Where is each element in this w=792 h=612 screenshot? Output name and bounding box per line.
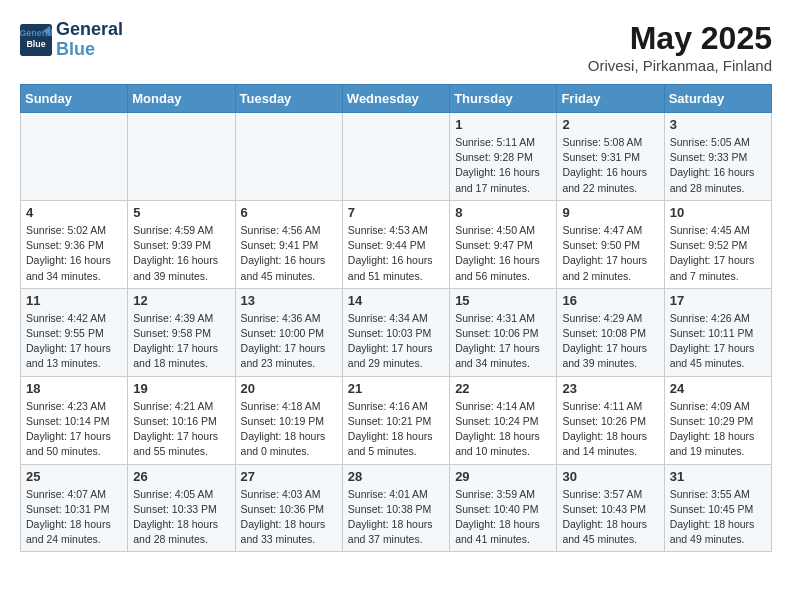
day-number: 9 (562, 205, 658, 220)
calendar-cell: 11Sunrise: 4:42 AM Sunset: 9:55 PM Dayli… (21, 288, 128, 376)
day-number: 30 (562, 469, 658, 484)
day-info: Sunrise: 4:21 AM Sunset: 10:16 PM Daylig… (133, 399, 229, 460)
calendar-cell: 25Sunrise: 4:07 AM Sunset: 10:31 PM Dayl… (21, 464, 128, 552)
calendar-cell: 27Sunrise: 4:03 AM Sunset: 10:36 PM Dayl… (235, 464, 342, 552)
day-number: 31 (670, 469, 766, 484)
calendar-table: SundayMondayTuesdayWednesdayThursdayFrid… (20, 84, 772, 552)
day-number: 19 (133, 381, 229, 396)
day-number: 29 (455, 469, 551, 484)
calendar-cell: 5Sunrise: 4:59 AM Sunset: 9:39 PM Daylig… (128, 200, 235, 288)
day-info: Sunrise: 4:45 AM Sunset: 9:52 PM Dayligh… (670, 223, 766, 284)
calendar-week-3: 11Sunrise: 4:42 AM Sunset: 9:55 PM Dayli… (21, 288, 772, 376)
day-number: 8 (455, 205, 551, 220)
day-number: 28 (348, 469, 444, 484)
day-number: 23 (562, 381, 658, 396)
calendar-header: SundayMondayTuesdayWednesdayThursdayFrid… (21, 85, 772, 113)
day-info: Sunrise: 5:08 AM Sunset: 9:31 PM Dayligh… (562, 135, 658, 196)
day-info: Sunrise: 4:53 AM Sunset: 9:44 PM Dayligh… (348, 223, 444, 284)
day-number: 5 (133, 205, 229, 220)
day-info: Sunrise: 4:14 AM Sunset: 10:24 PM Daylig… (455, 399, 551, 460)
calendar-cell: 24Sunrise: 4:09 AM Sunset: 10:29 PM Dayl… (664, 376, 771, 464)
day-info: Sunrise: 4:09 AM Sunset: 10:29 PM Daylig… (670, 399, 766, 460)
calendar-cell: 6Sunrise: 4:56 AM Sunset: 9:41 PM Daylig… (235, 200, 342, 288)
calendar-cell: 9Sunrise: 4:47 AM Sunset: 9:50 PM Daylig… (557, 200, 664, 288)
calendar-cell: 15Sunrise: 4:31 AM Sunset: 10:06 PM Dayl… (450, 288, 557, 376)
logo-icon: General Blue (20, 24, 52, 56)
day-info: Sunrise: 5:05 AM Sunset: 9:33 PM Dayligh… (670, 135, 766, 196)
calendar-cell (342, 113, 449, 201)
calendar-cell: 2Sunrise: 5:08 AM Sunset: 9:31 PM Daylig… (557, 113, 664, 201)
day-header-monday: Monday (128, 85, 235, 113)
day-info: Sunrise: 4:01 AM Sunset: 10:38 PM Daylig… (348, 487, 444, 548)
day-number: 10 (670, 205, 766, 220)
calendar-cell: 7Sunrise: 4:53 AM Sunset: 9:44 PM Daylig… (342, 200, 449, 288)
day-info: Sunrise: 4:07 AM Sunset: 10:31 PM Daylig… (26, 487, 122, 548)
calendar-cell: 31Sunrise: 3:55 AM Sunset: 10:45 PM Dayl… (664, 464, 771, 552)
day-number: 12 (133, 293, 229, 308)
calendar-cell: 1Sunrise: 5:11 AM Sunset: 9:28 PM Daylig… (450, 113, 557, 201)
day-info: Sunrise: 4:56 AM Sunset: 9:41 PM Dayligh… (241, 223, 337, 284)
calendar-cell: 23Sunrise: 4:11 AM Sunset: 10:26 PM Dayl… (557, 376, 664, 464)
day-info: Sunrise: 4:34 AM Sunset: 10:03 PM Daylig… (348, 311, 444, 372)
day-info: Sunrise: 5:11 AM Sunset: 9:28 PM Dayligh… (455, 135, 551, 196)
day-info: Sunrise: 4:50 AM Sunset: 9:47 PM Dayligh… (455, 223, 551, 284)
day-number: 18 (26, 381, 122, 396)
day-header-wednesday: Wednesday (342, 85, 449, 113)
calendar-week-5: 25Sunrise: 4:07 AM Sunset: 10:31 PM Dayl… (21, 464, 772, 552)
calendar-cell: 12Sunrise: 4:39 AM Sunset: 9:58 PM Dayli… (128, 288, 235, 376)
day-info: Sunrise: 4:39 AM Sunset: 9:58 PM Dayligh… (133, 311, 229, 372)
calendar-cell: 20Sunrise: 4:18 AM Sunset: 10:19 PM Dayl… (235, 376, 342, 464)
day-header-tuesday: Tuesday (235, 85, 342, 113)
calendar-cell: 19Sunrise: 4:21 AM Sunset: 10:16 PM Dayl… (128, 376, 235, 464)
calendar-week-1: 1Sunrise: 5:11 AM Sunset: 9:28 PM Daylig… (21, 113, 772, 201)
logo: General Blue General Blue (20, 20, 123, 60)
calendar-cell (21, 113, 128, 201)
day-number: 22 (455, 381, 551, 396)
calendar-cell: 30Sunrise: 3:57 AM Sunset: 10:43 PM Dayl… (557, 464, 664, 552)
page-header: General Blue General Blue May 2025 Orive… (20, 20, 772, 74)
calendar-cell: 14Sunrise: 4:34 AM Sunset: 10:03 PM Dayl… (342, 288, 449, 376)
calendar-week-4: 18Sunrise: 4:23 AM Sunset: 10:14 PM Dayl… (21, 376, 772, 464)
day-number: 2 (562, 117, 658, 132)
calendar-title: May 2025 (588, 20, 772, 57)
day-number: 14 (348, 293, 444, 308)
day-info: Sunrise: 4:11 AM Sunset: 10:26 PM Daylig… (562, 399, 658, 460)
calendar-cell: 3Sunrise: 5:05 AM Sunset: 9:33 PM Daylig… (664, 113, 771, 201)
day-info: Sunrise: 4:36 AM Sunset: 10:00 PM Daylig… (241, 311, 337, 372)
day-number: 26 (133, 469, 229, 484)
day-info: Sunrise: 4:42 AM Sunset: 9:55 PM Dayligh… (26, 311, 122, 372)
calendar-subtitle: Orivesi, Pirkanmaa, Finland (588, 57, 772, 74)
day-number: 20 (241, 381, 337, 396)
day-header-sunday: Sunday (21, 85, 128, 113)
calendar-cell: 16Sunrise: 4:29 AM Sunset: 10:08 PM Dayl… (557, 288, 664, 376)
day-info: Sunrise: 4:18 AM Sunset: 10:19 PM Daylig… (241, 399, 337, 460)
day-number: 27 (241, 469, 337, 484)
day-info: Sunrise: 5:02 AM Sunset: 9:36 PM Dayligh… (26, 223, 122, 284)
day-header-thursday: Thursday (450, 85, 557, 113)
day-info: Sunrise: 4:31 AM Sunset: 10:06 PM Daylig… (455, 311, 551, 372)
calendar-cell: 8Sunrise: 4:50 AM Sunset: 9:47 PM Daylig… (450, 200, 557, 288)
day-header-friday: Friday (557, 85, 664, 113)
day-headers-row: SundayMondayTuesdayWednesdayThursdayFrid… (21, 85, 772, 113)
day-number: 16 (562, 293, 658, 308)
day-number: 7 (348, 205, 444, 220)
calendar-cell: 4Sunrise: 5:02 AM Sunset: 9:36 PM Daylig… (21, 200, 128, 288)
calendar-cell: 22Sunrise: 4:14 AM Sunset: 10:24 PM Dayl… (450, 376, 557, 464)
day-number: 6 (241, 205, 337, 220)
calendar-cell (128, 113, 235, 201)
day-number: 17 (670, 293, 766, 308)
day-number: 13 (241, 293, 337, 308)
logo-text: General Blue (56, 20, 123, 60)
day-number: 25 (26, 469, 122, 484)
calendar-body: 1Sunrise: 5:11 AM Sunset: 9:28 PM Daylig… (21, 113, 772, 552)
title-block: May 2025 Orivesi, Pirkanmaa, Finland (588, 20, 772, 74)
day-number: 4 (26, 205, 122, 220)
calendar-cell: 17Sunrise: 4:26 AM Sunset: 10:11 PM Dayl… (664, 288, 771, 376)
day-info: Sunrise: 4:05 AM Sunset: 10:33 PM Daylig… (133, 487, 229, 548)
calendar-cell: 28Sunrise: 4:01 AM Sunset: 10:38 PM Dayl… (342, 464, 449, 552)
day-number: 15 (455, 293, 551, 308)
day-number: 3 (670, 117, 766, 132)
day-info: Sunrise: 3:59 AM Sunset: 10:40 PM Daylig… (455, 487, 551, 548)
day-info: Sunrise: 4:26 AM Sunset: 10:11 PM Daylig… (670, 311, 766, 372)
calendar-cell: 26Sunrise: 4:05 AM Sunset: 10:33 PM Dayl… (128, 464, 235, 552)
